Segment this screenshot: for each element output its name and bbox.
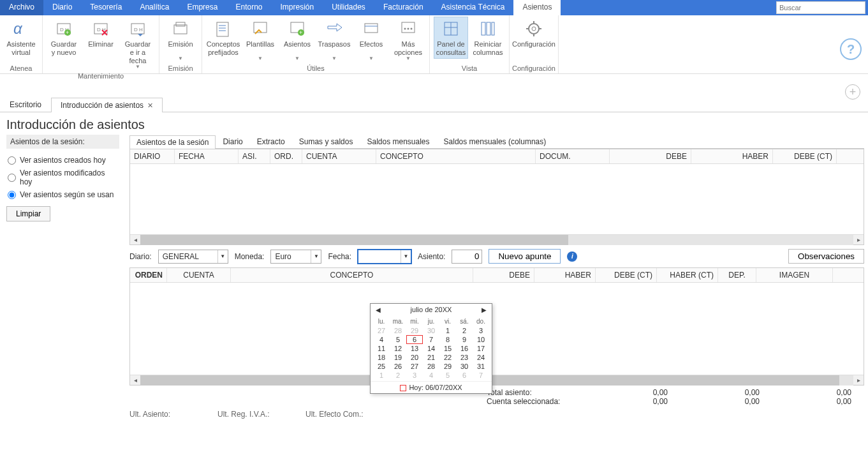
ribbon-reiniciar-cols[interactable]: Reiniciar columnas bbox=[471, 17, 505, 59]
day-cell[interactable]: 30 bbox=[423, 326, 439, 335]
menu-asistencia-t-cnica[interactable]: Asistencia Técnica bbox=[432, 0, 514, 15]
radio-input[interactable] bbox=[8, 174, 16, 182]
close-icon[interactable]: ✕ bbox=[147, 101, 153, 109]
chevron-down-icon[interactable]: ▼ bbox=[406, 57, 411, 61]
col-debe-ct-[interactable]: DEBE (CT) bbox=[773, 149, 837, 163]
day-cell[interactable]: 14 bbox=[423, 344, 439, 353]
apuntes-grid-hscroll[interactable]: ◂ ▸ bbox=[130, 375, 864, 385]
day-cell[interactable]: 6 bbox=[456, 371, 473, 380]
nuevo-apunte-button[interactable]: Nuevo apunte bbox=[489, 249, 561, 264]
day-cell[interactable]: 27 bbox=[406, 362, 423, 371]
next-month-icon[interactable]: ▶ bbox=[480, 306, 488, 313]
col-orden[interactable]: ORDEN bbox=[130, 268, 167, 282]
sub-tab-extracto[interactable]: Extracto bbox=[250, 135, 292, 148]
col-asi-[interactable]: ASI. bbox=[239, 149, 270, 163]
ribbon-panel-consultas[interactable]: Panel de consultas bbox=[434, 17, 468, 59]
ribbon-emision[interactable]: Emisión▼ bbox=[163, 17, 198, 63]
col-diario[interactable]: DIARIO bbox=[130, 149, 175, 163]
day-cell[interactable]: 29 bbox=[439, 362, 456, 371]
observaciones-button[interactable]: Observaciones bbox=[788, 249, 864, 264]
day-cell[interactable]: 15 bbox=[439, 344, 456, 353]
info-icon[interactable]: i bbox=[567, 251, 577, 262]
col-ord-[interactable]: ORD. bbox=[270, 149, 302, 163]
day-cell[interactable]: 24 bbox=[473, 353, 489, 362]
prev-month-icon[interactable]: ◀ bbox=[374, 306, 382, 313]
scroll-left-icon[interactable]: ◂ bbox=[130, 236, 140, 243]
day-cell[interactable]: 13 bbox=[406, 344, 423, 353]
day-cell[interactable]: 23 bbox=[456, 353, 473, 362]
day-cell[interactable]: 6 bbox=[406, 335, 423, 344]
ribbon-conceptos[interactable]: Conceptos prefijados bbox=[206, 17, 240, 59]
col-imagen[interactable]: IMAGEN bbox=[756, 268, 833, 282]
day-cell[interactable]: 3 bbox=[406, 371, 423, 380]
day-cell[interactable]: 22 bbox=[439, 353, 456, 362]
day-cell[interactable]: 10 bbox=[473, 335, 489, 344]
col-concepto[interactable]: CONCEPTO bbox=[376, 149, 536, 163]
chevron-down-icon[interactable]: ▼ bbox=[369, 57, 374, 61]
ribbon-asistente[interactable]: αAsistente virtual bbox=[4, 17, 38, 59]
menu-asientos[interactable]: Asientos bbox=[513, 0, 561, 15]
day-cell[interactable]: 11 bbox=[373, 344, 390, 353]
ribbon-efectos[interactable]: Efectos▼ bbox=[354, 17, 388, 63]
chevron-down-icon[interactable]: ▼ bbox=[295, 57, 300, 61]
day-cell[interactable]: 1 bbox=[373, 371, 390, 380]
day-cell[interactable]: 19 bbox=[390, 353, 406, 362]
day-cell[interactable]: 4 bbox=[423, 371, 439, 380]
day-cell[interactable]: 17 bbox=[473, 344, 489, 353]
sub-tab-saldos-mensuales[interactable]: Saldos mensuales bbox=[360, 135, 436, 148]
date-picker[interactable]: ◀ julio de 20XX ▶ lu.ma.mi.ju.vi.sá.do.2… bbox=[370, 303, 492, 394]
day-cell[interactable]: 5 bbox=[439, 371, 456, 380]
ribbon-asientos-dd[interactable]: +Asientos▼ bbox=[280, 17, 314, 63]
ribbon-guardar-nuevo[interactable]: D H+Guardar y nuevo bbox=[47, 17, 81, 59]
session-grid-body[interactable] bbox=[130, 164, 864, 234]
day-cell[interactable]: 16 bbox=[456, 344, 473, 353]
day-cell[interactable]: 20 bbox=[406, 353, 423, 362]
moneda-combo[interactable]: Euro▼ bbox=[270, 250, 321, 264]
col-haber[interactable]: HABER bbox=[691, 149, 773, 163]
sub-tab-diario[interactable]: Diario bbox=[216, 135, 249, 148]
asiento-input[interactable] bbox=[452, 250, 482, 264]
day-cell[interactable]: 27 bbox=[373, 326, 390, 335]
menu-empresa[interactable]: Empresa bbox=[178, 0, 226, 15]
radio-input[interactable] bbox=[8, 156, 16, 165]
col-concepto[interactable]: CONCEPTO bbox=[231, 268, 473, 282]
menu-entorno[interactable]: Entorno bbox=[226, 0, 271, 15]
ribbon-config[interactable]: Configuración bbox=[517, 17, 551, 59]
ribbon-plantillas[interactable]: Plantillas▼ bbox=[243, 17, 277, 63]
scroll-right-icon[interactable]: ▸ bbox=[853, 236, 864, 243]
radio-input[interactable] bbox=[8, 191, 16, 199]
day-cell[interactable]: 8 bbox=[439, 335, 456, 344]
day-cell[interactable]: 12 bbox=[390, 344, 406, 353]
ribbon-traspasos[interactable]: Traspasos▼ bbox=[317, 17, 351, 63]
menu-tesorer-a[interactable]: Tesorería bbox=[81, 0, 131, 15]
day-cell[interactable]: 1 bbox=[439, 326, 456, 335]
col-debe-ct-[interactable]: DEBE (CT) bbox=[596, 268, 657, 282]
sub-tab-saldos-mensuales-columnas-[interactable]: Saldos mensuales (columnas) bbox=[437, 135, 554, 148]
day-cell[interactable]: 7 bbox=[423, 335, 439, 344]
session-grid-hscroll[interactable]: ◂ ▸ bbox=[130, 234, 864, 244]
ribbon-mas-opciones[interactable]: Más opciones▼ bbox=[391, 17, 425, 63]
chevron-down-icon[interactable]: ▼ bbox=[217, 250, 228, 263]
session-filter-radio-0[interactable]: Ver asientos creados hoy bbox=[6, 154, 119, 167]
chevron-down-icon[interactable]: ▼ bbox=[178, 57, 183, 61]
day-cell[interactable]: 3 bbox=[473, 326, 489, 335]
chevron-down-icon[interactable]: ▼ bbox=[311, 250, 321, 263]
day-cell[interactable]: 28 bbox=[390, 326, 406, 335]
menu-impresi-n[interactable]: Impresión bbox=[271, 0, 323, 15]
ribbon-eliminar[interactable]: D HEliminar bbox=[84, 17, 118, 59]
col-docum-[interactable]: DOCUM. bbox=[536, 149, 610, 163]
day-cell[interactable]: 2 bbox=[456, 326, 473, 335]
day-cell[interactable]: 29 bbox=[406, 326, 423, 335]
day-cell[interactable]: 21 bbox=[423, 353, 439, 362]
apuntes-grid-body[interactable] bbox=[130, 283, 864, 375]
chevron-down-icon[interactable]: ▼ bbox=[258, 57, 263, 61]
doc-tab-introducci-n-de-asientos[interactable]: Introducción de asientos✕ bbox=[51, 98, 163, 112]
col-fecha[interactable]: FECHA bbox=[175, 149, 239, 163]
chevron-down-icon[interactable]: ▼ bbox=[332, 57, 337, 61]
diario-combo[interactable]: GENERAL▼ bbox=[158, 250, 228, 264]
date-picker-month[interactable]: julio de 20XX bbox=[382, 306, 480, 313]
menu-archivo[interactable]: Archivo bbox=[0, 0, 43, 15]
day-cell[interactable]: 5 bbox=[390, 335, 406, 344]
day-cell[interactable]: 30 bbox=[456, 362, 473, 371]
session-filter-radio-2[interactable]: Ver asientos según se usan bbox=[6, 188, 119, 201]
